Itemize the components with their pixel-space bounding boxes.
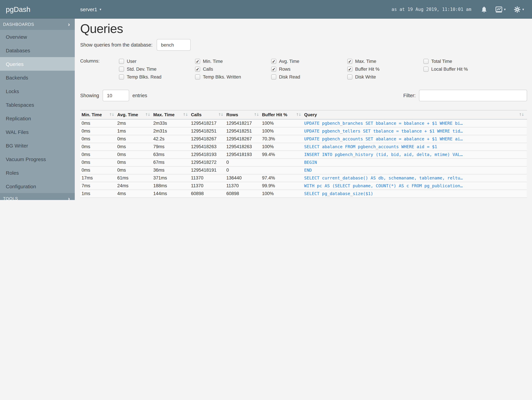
sort-icon[interactable]: ↑↓ bbox=[218, 113, 223, 117]
checkbox-max-time[interactable]: Max. Time bbox=[347, 57, 424, 65]
checkbox-min-time[interactable]: Min. Time bbox=[195, 57, 271, 65]
database-input[interactable] bbox=[157, 39, 191, 51]
settings-menu-button[interactable]: ▾ bbox=[514, 6, 524, 13]
query-cell: UPDATE pgbench_tellers SET tbalance = tb… bbox=[304, 127, 527, 135]
checkbox-box[interactable] bbox=[347, 59, 352, 64]
query-link[interactable]: UPDATE pgbench_accounts SET abalance = a… bbox=[304, 136, 463, 141]
sort-icon[interactable]: ↑↓ bbox=[145, 113, 150, 117]
server-selector[interactable]: server1 ▾ bbox=[80, 6, 101, 12]
query-cell: SELECT abalance FROM pgbench_accounts WH… bbox=[304, 143, 527, 151]
checkbox-user[interactable]: User bbox=[119, 57, 195, 65]
checkbox-label: Temp Blks. Written bbox=[203, 74, 241, 80]
cell: 24ms bbox=[117, 182, 153, 190]
checkbox-column: Max. TimeBuffer Hit %Disk Write bbox=[347, 57, 424, 81]
sidebar-item-bg-writer[interactable]: BG Writer bbox=[0, 139, 75, 152]
checkbox-box[interactable] bbox=[271, 67, 276, 72]
sort-icon[interactable]: ↑↓ bbox=[519, 113, 524, 117]
sidebar-item-overview[interactable]: Overview bbox=[0, 30, 75, 44]
column-header-query[interactable]: Query↑↓ bbox=[304, 110, 527, 119]
checkbox-box[interactable] bbox=[347, 67, 352, 72]
sort-icon[interactable]: ↑↓ bbox=[296, 113, 301, 117]
cell: 100% bbox=[262, 190, 304, 198]
column-header-rows[interactable]: Rows↑↓ bbox=[226, 110, 262, 119]
table-row: 0ms2ms2m33s12954182171295418217100%UPDAT… bbox=[80, 119, 527, 127]
columns-checkbox-grid: Columns: UserStd. Dev. TimeTemp Blks. Re… bbox=[80, 57, 527, 81]
sort-icon[interactable]: ↑↓ bbox=[183, 113, 188, 117]
query-link[interactable]: WITH pc AS (SELECT pubname, COUNT(*) AS … bbox=[304, 183, 463, 188]
column-header-max-time[interactable]: Max. Time↑↓ bbox=[153, 110, 191, 119]
column-header-buffer-hit[interactable]: Buffer Hit %↑↓ bbox=[262, 110, 304, 119]
checkbox-disk-read[interactable]: Disk Read bbox=[271, 73, 347, 81]
table-row: 7ms24ms188ms113701137099.9%WITH pc AS (S… bbox=[80, 182, 527, 190]
cell: 1ms bbox=[80, 190, 117, 198]
checkbox-rows[interactable]: Rows bbox=[271, 65, 347, 73]
cell: 97.4% bbox=[262, 174, 304, 182]
checkbox-box[interactable] bbox=[195, 74, 200, 80]
sidebar-item-databases[interactable]: Databases bbox=[0, 44, 75, 57]
sidebar-item-tablespaces[interactable]: Tablespaces bbox=[0, 98, 75, 111]
cell: 1295418251 bbox=[191, 127, 226, 135]
query-link[interactable]: UPDATE pgbench_tellers SET tbalance = tb… bbox=[304, 128, 463, 133]
column-header-calls[interactable]: Calls↑↓ bbox=[191, 110, 226, 119]
checkbox-box[interactable] bbox=[119, 59, 124, 64]
sidebar-item-locks[interactable]: Locks bbox=[0, 84, 75, 98]
cell: 67ms bbox=[153, 159, 191, 166]
query-link[interactable]: BEGIN bbox=[304, 160, 317, 165]
sidebar-item-roles[interactable]: Roles bbox=[0, 166, 75, 179]
sidebar-item-backends[interactable]: Backends bbox=[0, 71, 75, 84]
cell: 2ms bbox=[117, 119, 153, 127]
charts-menu-button[interactable]: ▾ bbox=[495, 6, 506, 13]
server-name: server1 bbox=[80, 6, 97, 12]
page-size-input[interactable] bbox=[102, 90, 129, 101]
sidebar-item-configuration[interactable]: Configuration bbox=[0, 179, 75, 193]
checkbox-box[interactable] bbox=[195, 59, 200, 64]
database-label: Show queries from the database: bbox=[80, 42, 152, 48]
query-link[interactable]: SELECT pg_database_size($1) bbox=[304, 191, 373, 196]
queries-table: Min. Time↑↓Avg. Time↑↓Max. Time↑↓Calls↑↓… bbox=[80, 110, 527, 198]
column-header-min-time[interactable]: Min. Time↑↓ bbox=[80, 110, 117, 119]
checkbox-box[interactable] bbox=[271, 59, 276, 64]
checkbox-temp-blks-written[interactable]: Temp Blks. Written bbox=[195, 73, 271, 81]
query-link[interactable]: INSERT INTO pgbench_history (tid, bid, a… bbox=[304, 152, 463, 157]
query-link[interactable]: UPDATE pgbench_branches SET bbalance = b… bbox=[304, 121, 463, 126]
sort-icon[interactable]: ↑↓ bbox=[254, 113, 259, 117]
checkbox-box[interactable] bbox=[119, 67, 124, 72]
filter-input[interactable] bbox=[419, 90, 527, 101]
query-link[interactable]: END bbox=[304, 168, 312, 173]
checkbox-calls[interactable]: Calls bbox=[195, 65, 271, 73]
checkbox-disk-write[interactable]: Disk Write bbox=[347, 73, 424, 81]
sidebar-item-replication[interactable]: Replication bbox=[0, 111, 75, 125]
checkbox-box[interactable] bbox=[347, 74, 352, 80]
column-header-avg-time[interactable]: Avg. Time↑↓ bbox=[117, 110, 153, 119]
sidebar-section-dashboards[interactable]: DASHBOARDS› bbox=[0, 19, 75, 30]
cell: 1295418217 bbox=[191, 119, 226, 127]
sidebar-item-queries[interactable]: Queries bbox=[0, 57, 75, 71]
checkbox-box[interactable] bbox=[195, 67, 200, 72]
checkbox-label: Calls bbox=[203, 67, 213, 72]
cell: 188ms bbox=[153, 182, 191, 190]
showing-row: Showing entries Filter: bbox=[80, 90, 527, 101]
sidebar-item-label: Locks bbox=[6, 88, 19, 94]
checkbox-local-buffer-hit[interactable]: Local Buffer Hit % bbox=[424, 65, 500, 73]
checkbox-buffer-hit[interactable]: Buffer Hit % bbox=[347, 65, 424, 73]
sidebar-section-tools[interactable]: TOOLS› bbox=[0, 193, 75, 200]
sidebar-item-wal-files[interactable]: WAL Files bbox=[0, 125, 75, 139]
sidebar-item-vacuum-progress[interactable]: Vacuum Progress bbox=[0, 152, 75, 166]
line-chart-icon bbox=[495, 6, 502, 13]
checkbox-box[interactable] bbox=[271, 74, 276, 80]
checkbox-temp-blks-read[interactable]: Temp Blks. Read bbox=[119, 73, 195, 81]
cell: 1295418193 bbox=[226, 151, 262, 159]
sidebar-item-label: Backends bbox=[6, 75, 28, 80]
checkbox-box[interactable] bbox=[424, 59, 429, 64]
query-link[interactable]: SELECT abalance FROM pgbench_accounts WH… bbox=[304, 144, 437, 149]
checkbox-box[interactable] bbox=[424, 67, 429, 72]
checkbox-avg-time[interactable]: Avg. Time bbox=[271, 57, 347, 65]
checkbox-box[interactable] bbox=[119, 74, 124, 80]
sort-icon[interactable]: ↑↓ bbox=[109, 113, 114, 117]
cell: 136440 bbox=[226, 174, 262, 182]
checkbox-total-time[interactable]: Total Time bbox=[424, 57, 500, 65]
notifications-button[interactable] bbox=[481, 6, 487, 13]
query-cell: WITH pc AS (SELECT pubname, COUNT(*) AS … bbox=[304, 182, 527, 190]
checkbox-std-dev-time[interactable]: Std. Dev. Time bbox=[119, 65, 195, 73]
query-link[interactable]: SELECT current_database() AS db, scheman… bbox=[304, 175, 463, 180]
